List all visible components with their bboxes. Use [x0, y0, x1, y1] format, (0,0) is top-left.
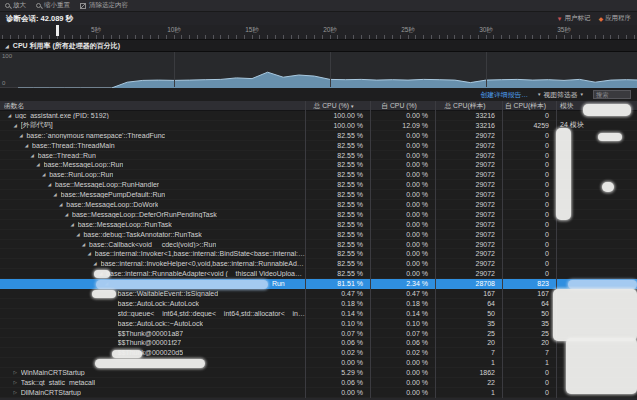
self-cpu-pct: 0.00 % [370, 181, 435, 188]
table-row[interactable]: $$Thunk@000020d50.02 %0.02 %77 [0, 348, 637, 358]
collapse-icon[interactable]: ◢ [86, 251, 93, 256]
table-row[interactable]: ◢base::RunLoop::Run82.55 %0.00 %290720 [0, 170, 637, 180]
expand-icon[interactable]: ▷ [12, 370, 19, 375]
table-row[interactable]: ▷Task::qt_static_metacall0.06 %0.00 %220 [0, 378, 637, 388]
function-name: base::internal::Invoker<1,base::internal… [95, 250, 305, 257]
zoom-out-icon [36, 3, 41, 8]
table-row[interactable]: ◢base::MessageLoop::RunHandler82.55 %0.0… [0, 180, 637, 190]
collapse-icon[interactable]: ◢ [40, 172, 47, 177]
self-cpu-samples: 0 [502, 161, 556, 168]
function-name-cell: ◢base::MessageLoop::DeferOrRunPendingTas… [0, 211, 305, 218]
function-name-cell: std::queue<__int64,std::deque<__int64,st… [0, 310, 305, 317]
collapse-icon[interactable]: ◢ [23, 143, 30, 148]
total-cpu-samples: 29072 [435, 152, 502, 159]
self-cpu-samples: 0 [502, 231, 556, 238]
total-cpu-samples: 29072 [435, 270, 502, 277]
function-name-cell: ◢ugc_assistant.exe (PID: 5192) [0, 112, 305, 119]
table-row[interactable]: base::AutoLock::AutoLock0.18 %0.18 %6464 [0, 299, 637, 309]
redaction-blob [553, 289, 637, 341]
self-cpu-samples: 0 [502, 250, 556, 257]
table-row[interactable]: ◢base::MessageLoop::DoWork82.55 %0.00 %2… [0, 200, 637, 210]
table-row[interactable]: ◢base::MessagePumpDefault::Run82.55 %0.0… [0, 190, 637, 200]
table-row[interactable]: ◢base::MessageLoop::RunTask82.55 %0.00 %… [0, 220, 637, 230]
清除选定内容-button[interactable]: 清除选定内容 [80, 1, 128, 10]
table-row[interactable]: ◢base::Thread::ThreadMain82.55 %0.00 %29… [0, 141, 637, 151]
collapse-icon[interactable]: ◢ [35, 162, 42, 167]
table-row[interactable]: ◢base::MessageLoop::DeferOrRunPendingTas… [0, 210, 637, 220]
collapse-icon[interactable]: ◢ [12, 123, 19, 128]
total-cpu-samples: 33216 [435, 122, 502, 129]
self-cpu-samples: 0 [502, 241, 556, 248]
ruler-tick-label: 20秒 [323, 26, 337, 35]
cpu-utilization-chart[interactable]: 100 0 [0, 52, 637, 88]
total-cpu-samples: 20 [435, 339, 502, 346]
total-cpu-pct: 0.06 % [305, 379, 370, 386]
function-name: std::queue<__int64,std::deque<__int64,st… [118, 310, 305, 317]
total-cpu-samples: 29072 [435, 191, 502, 198]
create-detailed-report-link[interactable]: 创建详细报告… [481, 90, 529, 100]
total-cpu-pct: 82.55 % [305, 171, 370, 178]
table-row[interactable]: $$Thunk@00001a870.07 %0.07 %2525 [0, 329, 637, 339]
column-header[interactable]: 自 CPU (%) [370, 101, 435, 111]
table-row[interactable]: ◢base::internal::Invoker<1,base::interna… [0, 249, 637, 259]
chart-gridline [174, 52, 175, 87]
cpu-utilization-section-header[interactable]: ◢ CPU 利用率 (所有处理器的百分比) [0, 40, 637, 52]
table-row[interactable]: ◢base::Thread::Run82.55 %0.00 %290720 [0, 151, 637, 161]
collapse-icon[interactable]: ◢ [29, 153, 36, 158]
view-filter-dropdown[interactable]: ▼ 视图筛选器 ▼ [537, 90, 584, 100]
timeline-ruler[interactable]: 5秒10秒15秒20秒25秒30秒35秒40秒 [0, 25, 637, 40]
table-row[interactable]: ◢base::`anonymous namespace'::ThreadFunc… [0, 131, 637, 141]
call-tree-header: 函数名总 CPU (%)▼自 CPU (%)总 CPU(样本)自 CPU(样本)… [0, 101, 637, 111]
expand-icon[interactable]: ▷ [12, 390, 19, 395]
缩小重置-button[interactable]: 缩小重置 [36, 1, 70, 10]
table-row[interactable]: ▷WinMainCRTStartup5.29 %0.00 %18620 [0, 368, 637, 378]
toolbar-button-label: 清除选定内容 [89, 1, 128, 10]
table-row[interactable]: std::queue<__int64,std::deque<__int64,st… [0, 309, 637, 319]
timeline-cursor[interactable] [56, 25, 59, 36]
column-header[interactable]: 总 CPU (%)▼ [305, 101, 370, 111]
self-cpu-samples: 0 [502, 201, 556, 208]
collapse-icon[interactable]: ◢ [46, 182, 53, 187]
redaction-blob [602, 182, 614, 192]
expand-icon[interactable]: ▷ [12, 380, 19, 385]
table-row[interactable]: ◢base::debug::TaskAnnotator::RunTask82.5… [0, 230, 637, 240]
collapse-icon[interactable]: ◢ [52, 192, 59, 197]
total-cpu-samples: 35 [435, 320, 502, 327]
collapse-icon[interactable]: ◢ [57, 202, 64, 207]
table-row[interactable]: base::AutoLock::~AutoLock0.10 %0.10 %353… [0, 319, 637, 329]
table-row[interactable]: ◢base::Callback<void __cdecl(void)>::Run… [0, 240, 637, 250]
table-row[interactable]: ◢[外部代码]100.00 %12.09 %33216425924 模块 [0, 121, 637, 131]
filter-funnel-icon: ▼ [537, 92, 541, 97]
collapse-icon[interactable]: ◢ [17, 133, 24, 138]
total-cpu-samples: 1 [435, 389, 502, 396]
column-header[interactable]: 自 CPU(样本) [502, 101, 556, 111]
function-name-cell: ◢[外部代码] [0, 120, 305, 130]
clear-selection-icon [80, 3, 86, 9]
collapse-icon[interactable]: ◢ [80, 242, 87, 247]
collapse-icon[interactable]: ◢ [92, 261, 99, 266]
self-cpu-samples: 0 [502, 211, 556, 218]
table-row[interactable]: ▷DllMainCRTStartup0.00 %0.00 %10 [0, 388, 637, 398]
function-name: base::internal::RunnableAdapter<void (__… [106, 270, 305, 277]
function-name-cell: ◢base::MessagePumpDefault::Run [0, 191, 305, 198]
collapse-icon[interactable]: ◢ [74, 232, 81, 237]
collapse-icon[interactable]: ◢ [69, 222, 76, 227]
table-row[interactable]: $$Thunk@00001f270.06 %0.06 %2020 [0, 338, 637, 348]
ruler-tick-label: 25秒 [401, 26, 415, 35]
table-row[interactable]: ◢base::internal::InvokeHelper<0,void,bas… [0, 259, 637, 269]
放大-button[interactable]: 放大 [5, 1, 26, 10]
collapse-icon[interactable]: ◢ [6, 113, 13, 118]
column-header[interactable]: 总 CPU(样本) [435, 101, 502, 111]
self-cpu-samples: 0 [502, 132, 556, 139]
timeline-legend: ▼ 用户标记 ◆ 应用程序 [556, 14, 631, 23]
section-collapse-icon[interactable]: ◢ [5, 43, 9, 49]
total-cpu-samples: 7 [435, 349, 502, 356]
search-input[interactable] [593, 90, 631, 99]
function-name: base::Thread::Run [38, 152, 96, 159]
total-cpu-pct: 100.00 % [305, 112, 370, 119]
collapse-icon[interactable]: ◢ [63, 212, 70, 217]
column-header[interactable]: 函数名 [0, 101, 305, 111]
self-cpu-pct: 0.00 % [370, 359, 435, 366]
table-row[interactable]: ◢base::MessageLoop::Run82.55 %0.00 %2907… [0, 160, 637, 170]
function-name-cell: ◢base::Callback<void __cdecl(void)>::Run [0, 241, 305, 248]
